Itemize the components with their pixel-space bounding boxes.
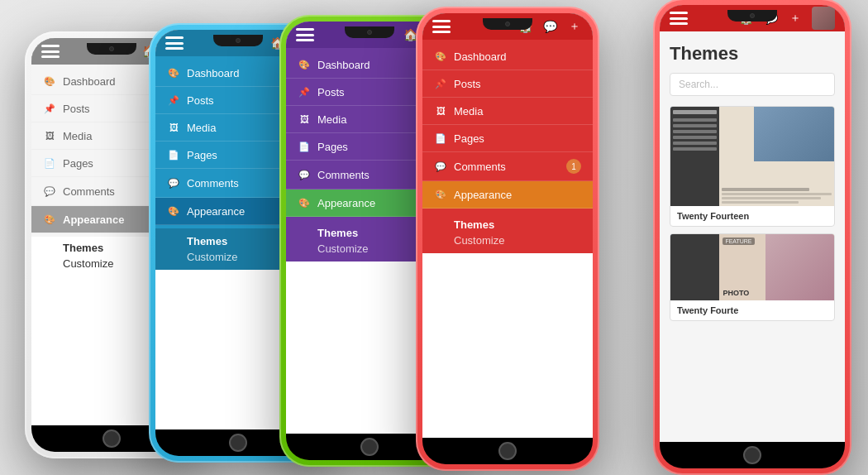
- plus-icon[interactable]: ＋: [566, 18, 583, 35]
- sub-items: Themes Customize: [422, 212, 593, 253]
- home-button[interactable]: [660, 442, 845, 468]
- menu-item-pages[interactable]: 📄 Pages: [422, 125, 593, 152]
- comments-icon: 💬: [298, 168, 311, 181]
- media-icon: 🖼: [43, 129, 56, 142]
- phone-inner: 🏠 💬 ＋ Themes Search...: [660, 5, 845, 468]
- comments-icon: 💬: [434, 160, 447, 173]
- menu-item-dashboard[interactable]: 🎨 Dashboard: [422, 43, 593, 70]
- comments-badge: 1: [566, 159, 581, 174]
- fake-sidebar-2: [670, 234, 719, 300]
- phone-notch: [727, 10, 777, 22]
- hamburger-icon[interactable]: [432, 20, 451, 33]
- dashboard-icon: 🎨: [434, 50, 447, 63]
- menu-item-posts[interactable]: 📌 Posts: [422, 70, 593, 98]
- theme-name: Twenty Fourteen: [670, 206, 834, 226]
- phone-inner: 🏠 💬 ＋ 🎨 Dashboard 📌 Posts 🖼: [422, 13, 593, 464]
- hamburger-icon[interactable]: [41, 45, 60, 58]
- menu-item-comments[interactable]: 💬 Comments 1: [422, 152, 593, 181]
- pages-icon: 📄: [167, 148, 180, 161]
- phone-camera: [505, 22, 510, 26]
- phone-screen: 🏠 💬 ＋ Themes Search...: [660, 5, 845, 442]
- dashboard-icon: 🎨: [167, 66, 180, 79]
- themes-title: Themes: [660, 31, 845, 73]
- menu-list: 🎨 Dashboard 📌 Posts 🖼 Media 📄 Pages: [422, 40, 593, 212]
- pages-icon: 📄: [43, 156, 56, 170]
- dashboard-icon: 🎨: [298, 58, 311, 71]
- phone-camera: [236, 38, 241, 43]
- comment-icon[interactable]: 💬: [541, 18, 558, 35]
- avatar: [812, 7, 835, 30]
- phone-notch: [213, 35, 263, 46]
- media-icon: 🖼: [167, 121, 180, 134]
- posts-icon: 📌: [43, 102, 56, 115]
- fake-text: [722, 188, 832, 204]
- plus-icon[interactable]: ＋: [787, 10, 804, 26]
- hamburger-icon[interactable]: [165, 36, 184, 50]
- sub-item-customize[interactable]: Customize: [454, 233, 581, 248]
- phone-notch: [483, 18, 532, 30]
- phones-container: 🏠 💬 🎨 Dashboard 📌 Posts 🖼: [0, 0, 868, 475]
- phone-screen: 🏠 💬 ＋ 🎨 Dashboard 📌 Posts 🖼: [422, 13, 593, 438]
- theme-card-image: [670, 107, 834, 206]
- fake-sidebar: [670, 107, 719, 206]
- theme-name-2: Twenty Fourte: [670, 300, 834, 320]
- media-icon: 🖼: [434, 104, 447, 118]
- home-button[interactable]: [422, 438, 593, 464]
- menu-item-media[interactable]: 🖼 Media: [422, 98, 593, 125]
- hamburger-icon[interactable]: [296, 28, 314, 41]
- appearance-icon: 🎨: [43, 213, 56, 226]
- themes-panel: Themes Search...: [660, 31, 845, 442]
- sub-item-themes[interactable]: Themes: [454, 217, 581, 233]
- theme-card-2[interactable]: PHOTO FEATURE Twenty Fourte: [670, 233, 835, 321]
- phone-camera: [750, 13, 755, 18]
- pages-icon: 📄: [434, 132, 447, 145]
- pages-icon: 📄: [298, 140, 311, 153]
- posts-icon: 📌: [298, 85, 311, 98]
- fake-content: [719, 107, 834, 206]
- appearance-icon: 🎨: [167, 204, 180, 218]
- appearance-icon: 🎨: [434, 188, 447, 201]
- media-icon: 🖼: [298, 113, 311, 126]
- menu-item-appearance[interactable]: 🎨 Appearance: [422, 181, 593, 209]
- hamburger-icon[interactable]: [670, 12, 688, 25]
- theme-card-1[interactable]: Twenty Fourteen: [670, 106, 835, 227]
- phone-notch: [87, 43, 136, 55]
- phone-camera: [109, 46, 114, 51]
- phone-red: 🏠 💬 ＋ 🎨 Dashboard 📌 Posts 🖼: [416, 7, 599, 471]
- posts-icon: 📌: [167, 94, 180, 107]
- comments-icon: 💬: [167, 176, 180, 190]
- dashboard-icon: 🎨: [43, 74, 56, 88]
- themes-search-input[interactable]: Search...: [670, 73, 835, 96]
- theme-card-image-2: PHOTO FEATURE: [670, 234, 834, 300]
- posts-icon: 📌: [434, 77, 447, 90]
- phone-notch: [345, 26, 394, 38]
- phone-camera: [367, 30, 372, 35]
- fake-content-2: PHOTO FEATURE: [719, 234, 834, 300]
- phone-themes: 🏠 💬 ＋ Themes Search...: [653, 0, 851, 475]
- appearance-icon: 🎨: [298, 196, 311, 209]
- comments-icon: 💬: [43, 185, 56, 198]
